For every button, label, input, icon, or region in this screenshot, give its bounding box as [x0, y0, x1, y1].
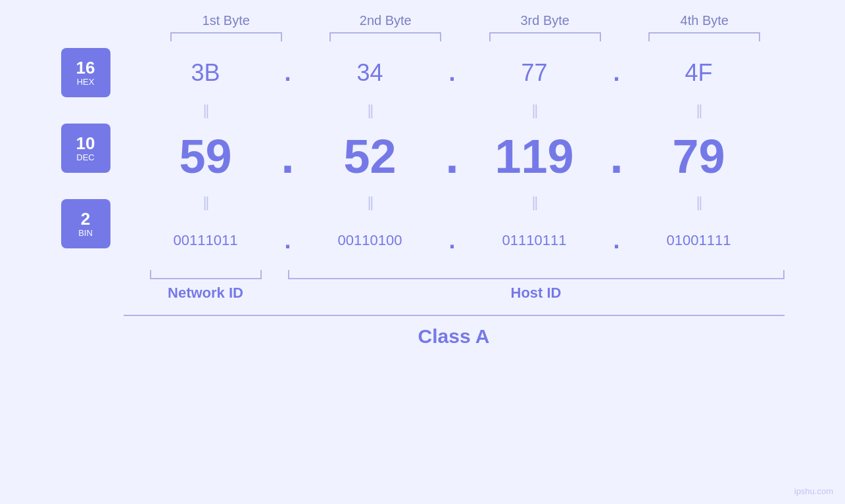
eq1-b3: || — [452, 102, 617, 119]
bracket-cell-3 — [466, 32, 625, 41]
dec-row: 59 . 52 . 119 . 79 — [124, 124, 785, 189]
eq2-b3: || — [452, 194, 617, 211]
eq1-b1: || — [124, 102, 288, 119]
bin-b1-cell: 00111011 — [124, 232, 288, 249]
bin-b3: 01110111 — [502, 232, 567, 249]
eq2-b1-sign: || — [203, 194, 208, 211]
hex-b1-cell: 3B — [124, 59, 288, 87]
network-bracket-bottom — [150, 270, 262, 279]
bin-number: 2 — [81, 210, 90, 229]
header-byte1: 1st Byte — [147, 13, 306, 32]
header-byte4: 4th Byte — [625, 13, 785, 32]
hex-b4-cell: 4F — [617, 59, 781, 87]
bin-b4-cell: 01001111 — [617, 232, 781, 249]
hex-b3: 77 — [521, 59, 547, 87]
content-area: 16 HEX 10 DEC 2 BIN — [61, 48, 785, 348]
dec-badge: 10 DEC — [61, 124, 110, 173]
header-byte3: 3rd Byte — [466, 13, 625, 32]
eq2-b4: || — [617, 194, 781, 211]
eq2-b4-sign: || — [696, 194, 701, 211]
rows-area: 3B . 34 . 77 . 4F || — [124, 48, 785, 348]
byte-headers: 1st Byte 2nd Byte 3rd Byte 4th Byte — [147, 13, 785, 32]
eq2-b2-sign: || — [368, 194, 372, 211]
host-id-label: Host ID — [511, 285, 562, 302]
eq2-b1: || — [124, 194, 288, 211]
equals-row-2: || || || || — [124, 189, 785, 216]
bracket-top-2 — [329, 32, 441, 41]
eq1-b4: || — [617, 102, 781, 119]
header-byte2: 2nd Byte — [306, 13, 466, 32]
dec-number: 10 — [76, 134, 95, 153]
bottom-bracket-row: Network ID Host ID — [124, 270, 785, 302]
dec-b2-cell: 52 — [288, 129, 452, 183]
host-id-section: Host ID — [288, 270, 785, 302]
watermark: ipshu.com — [794, 486, 833, 496]
hex-b4: 4F — [685, 59, 712, 87]
bin-b1: 00111011 — [174, 232, 238, 249]
host-bracket-bottom — [288, 270, 785, 279]
bin-row: 00111011 . 00110100 . 01110111 . 0100111… — [124, 216, 785, 265]
network-id-label: Network ID — [168, 285, 243, 302]
bracket-cell-4 — [625, 32, 785, 41]
hex-name: HEX — [77, 77, 95, 87]
dec-b3-cell: 119 — [452, 129, 617, 183]
hex-number: 16 — [76, 58, 95, 78]
bracket-top-1 — [170, 32, 282, 41]
eq1-b2: || — [288, 102, 452, 119]
equals-row-1: || || || || — [124, 97, 785, 124]
eq1-b3-sign: || — [532, 102, 537, 119]
eq1-b1-sign: || — [203, 102, 208, 119]
main-container: 1st Byte 2nd Byte 3rd Byte 4th Byte 16 H… — [61, 0, 785, 348]
class-label: Class A — [418, 325, 490, 347]
network-id-section: Network ID — [124, 270, 288, 302]
bracket-top-3 — [489, 32, 601, 41]
top-brackets — [147, 32, 785, 41]
hex-b1: 3B — [191, 59, 220, 87]
hex-b3-cell: 77 — [452, 59, 617, 87]
dec-name: DEC — [76, 152, 94, 162]
dec-b1: 59 — [179, 129, 231, 183]
bin-b2-cell: 00110100 — [288, 232, 452, 249]
eq2-b3-sign: || — [532, 194, 537, 211]
dec-b3: 119 — [495, 129, 573, 183]
bin-b3-cell: 01110111 — [452, 232, 617, 249]
bin-badge: 2 BIN — [61, 199, 110, 248]
eq1-b4-sign: || — [696, 102, 701, 119]
dec-b2: 52 — [343, 129, 396, 183]
eq1-b2-sign: || — [368, 102, 372, 119]
bracket-top-4 — [648, 32, 760, 41]
class-section: Class A — [124, 315, 785, 348]
base-labels: 16 HEX 10 DEC 2 BIN — [61, 48, 110, 348]
bin-b2: 00110100 — [338, 232, 402, 249]
bin-b4: 01001111 — [667, 232, 731, 249]
dec-b4: 79 — [672, 129, 725, 183]
eq2-b2: || — [288, 194, 452, 211]
hex-b2: 34 — [356, 59, 383, 87]
dec-b1-cell: 59 — [124, 129, 288, 183]
bracket-cell-1 — [147, 32, 306, 41]
hex-badge: 16 HEX — [61, 48, 110, 97]
bin-name: BIN — [78, 228, 93, 238]
dec-b4-cell: 79 — [617, 129, 781, 183]
hex-row: 3B . 34 . 77 . 4F — [124, 48, 785, 97]
hex-b2-cell: 34 — [288, 59, 452, 87]
bracket-cell-2 — [306, 32, 466, 41]
